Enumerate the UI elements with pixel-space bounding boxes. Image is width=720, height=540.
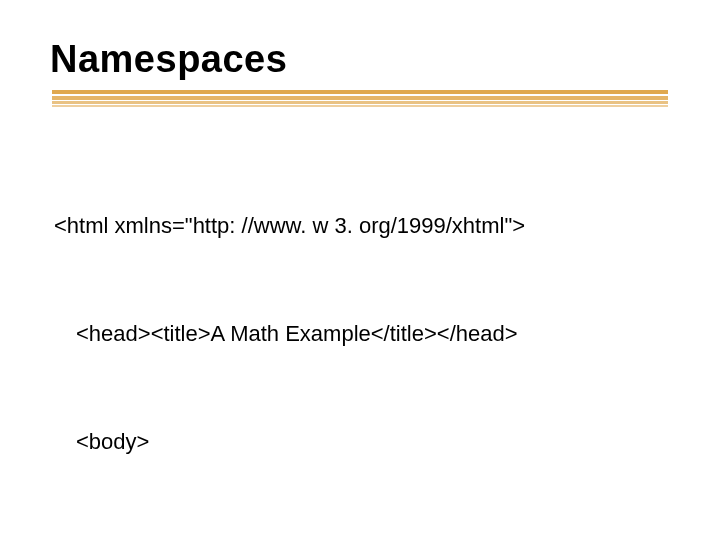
slide-title: Namespaces: [50, 38, 287, 81]
code-line: <p>The following is Math. ML markup: </p…: [54, 532, 650, 540]
title-underline: [52, 90, 668, 108]
code-line: <head><title>A Math Example</title></hea…: [54, 316, 650, 352]
code-block: <html xmlns="http: //www. w 3. org/1999/…: [54, 136, 650, 540]
slide: Namespaces <html xmlns="http: //www. w 3…: [0, 0, 720, 540]
code-line: <body>: [54, 424, 650, 460]
code-line: <html xmlns="http: //www. w 3. org/1999/…: [54, 208, 650, 244]
